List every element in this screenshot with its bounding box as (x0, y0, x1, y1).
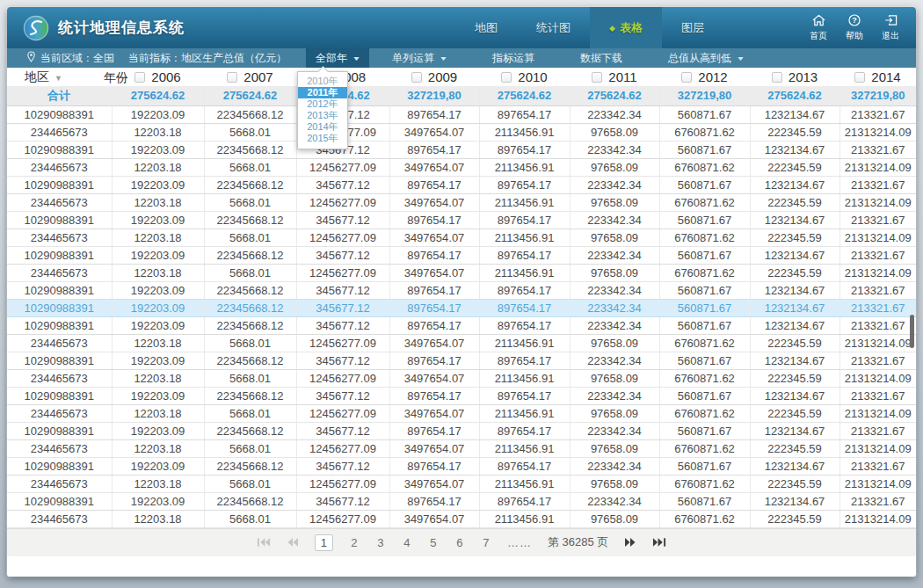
table-row[interactable]: 23446567312203.185668.0112456277.0934976… (7, 439, 916, 457)
table-row[interactable]: 23446567312203.185668.0112456277.0934976… (7, 264, 916, 281)
year-checkbox[interactable] (411, 72, 422, 83)
cell: 897654.17 (479, 387, 570, 404)
cell: 192203.09 (112, 105, 204, 123)
page-number-3[interactable]: 3 (375, 536, 386, 549)
cell: 213321.67 (839, 246, 916, 264)
cell: 2113456.91 (479, 264, 570, 281)
cell: 6760871.62 (659, 123, 750, 141)
year-column-header-2006: 年份2006 (112, 68, 204, 86)
year-filter-label: 全部年 (316, 51, 347, 66)
page-number-7[interactable]: 7 (481, 536, 491, 549)
cell: 97658.09 (570, 334, 659, 352)
cell: 897654.17 (389, 299, 479, 316)
year-option-2012年[interactable]: 2012年 (298, 98, 347, 110)
cell: 560871.67 (659, 211, 750, 229)
total-cell: 327219,80 (659, 86, 750, 105)
cell: 234465673 (7, 510, 112, 527)
cell: 560871.67 (659, 457, 750, 475)
page-number-6[interactable]: 6 (454, 536, 465, 549)
cell: 345677.12 (296, 211, 389, 229)
year-checkbox[interactable] (501, 72, 512, 83)
cell: 223342.34 (570, 492, 659, 510)
last-page-button[interactable] (652, 537, 666, 548)
page-number-5[interactable]: 5 (428, 536, 439, 549)
table-row[interactable]: 10290988391192203.0922345668.12345677.12… (7, 316, 916, 334)
year-option-2011年[interactable]: 2011年 (298, 87, 347, 98)
previous-page-button[interactable] (287, 537, 299, 548)
table-row[interactable]: 23446567312203.185668.0112456277.0934976… (7, 404, 916, 422)
total-cell: 327219,80 (389, 86, 479, 105)
page-number-2[interactable]: 2 (349, 536, 360, 549)
cell: 223342.34 (570, 281, 659, 299)
cell: 12203.18 (112, 439, 204, 457)
year-option-2015年[interactable]: 2015年 (298, 133, 347, 144)
year-checkbox[interactable] (592, 72, 602, 83)
table-row[interactable]: 10290988391192203.0922345668.12345677.12… (7, 281, 916, 299)
table-row[interactable]: 23446567312203.185668.0112456277.0934976… (7, 193, 916, 211)
year-checkbox[interactable] (681, 72, 692, 83)
year-filter-button[interactable]: 全部年 ▼ (306, 48, 369, 68)
toolbar-menu-数据下载[interactable]: 数据下载 (557, 51, 645, 66)
table-row[interactable]: 23446567312203.185668.0112456277.0934976… (7, 334, 916, 352)
table-row[interactable]: 23446567312203.185668.0112456277.0934976… (7, 510, 916, 527)
page-number-1[interactable]: 1 (315, 534, 333, 551)
table-row[interactable]: 10290988391192203.0922345668.12345677.12… (7, 387, 916, 404)
app-logo-icon (23, 15, 49, 41)
table-row[interactable]: 10290988391192203.0922345668.12345677.12… (7, 105, 916, 123)
cell: 560871.67 (659, 387, 750, 404)
quick-link-帮助[interactable]: ?帮助 (843, 14, 866, 42)
tab-地图[interactable]: 地图 (455, 7, 517, 48)
cell: 21313214.09 (839, 369, 916, 387)
year-checkbox[interactable] (134, 72, 145, 83)
cell: 2113456.91 (479, 369, 570, 387)
table-row[interactable]: 23446567312203.185668.0112456277.0934976… (7, 369, 916, 387)
table-row-highlighted[interactable]: 10290988391192203.0922345668.12345677.12… (7, 299, 916, 316)
first-page-button[interactable] (257, 537, 271, 548)
table-row[interactable]: 10290988391192203.0922345668.12345677.12… (7, 352, 916, 369)
cell: 3497654.07 (389, 229, 479, 246)
total-cell: 275624.62 (750, 86, 839, 105)
tab-表格[interactable]: ◆表格 (590, 7, 662, 48)
cell: 21313214.09 (839, 193, 916, 211)
table-row[interactable]: 10290988391192203.0922345668.12345677.12… (7, 457, 916, 475)
cell: 3497654.07 (389, 404, 479, 422)
toolbar-menu-指标运算[interactable]: 指标运算 (469, 51, 557, 66)
toolbar-menu-总值从高到低[interactable]: 总值从高到低▼ (645, 51, 767, 66)
quick-link-首页[interactable]: 首页 (807, 14, 830, 42)
total-cell: 275624.62 (570, 86, 659, 105)
table-row[interactable]: 10290988391192203.0922345668.12345677.12… (7, 492, 916, 510)
table-row[interactable]: 10290988391192203.0922345668.12345677.12… (7, 211, 916, 229)
page-number-4[interactable]: 4 (402, 536, 412, 549)
cell: 897654.17 (389, 246, 479, 264)
table-row[interactable]: 23446567312203.185668.0112456277.0934976… (7, 475, 916, 492)
vertical-scrollbar-thumb[interactable] (910, 315, 914, 348)
cell: 222345.59 (750, 264, 839, 281)
year-header-text: 2007 (243, 69, 273, 84)
year-checkbox[interactable] (227, 72, 237, 83)
table-row[interactable]: 10290988391192203.0922345668.12345677.12… (7, 141, 916, 158)
table-row[interactable]: 23446567312203.185668.0112456277.0934976… (7, 229, 916, 246)
tab-统计图[interactable]: 统计图 (517, 7, 590, 48)
year-option-2014年[interactable]: 2014年 (298, 121, 347, 133)
region-header-label: 地区 (25, 69, 49, 83)
cell: 560871.67 (659, 176, 750, 193)
table-row[interactable]: 10290988391192203.0922345668.12345677.12… (7, 176, 916, 193)
table-row[interactable]: 10290988391192203.0922345668.12345677.12… (7, 246, 916, 264)
region-column-header[interactable]: 地区▼ (7, 68, 112, 86)
year-checkbox[interactable] (854, 72, 865, 83)
table-row[interactable]: 23446567312203.185668.0112456277.0934976… (7, 123, 916, 141)
year-option-2010年[interactable]: 2010年 (298, 76, 347, 87)
next-page-button[interactable] (624, 537, 636, 548)
year-checkbox[interactable] (772, 72, 782, 83)
year-option-2013年[interactable]: 2013年 (298, 110, 347, 121)
table-row[interactable]: 23446567312203.185668.0112456277.0934976… (7, 158, 916, 176)
cell: 6760871.62 (659, 264, 750, 281)
cell: 21313214.09 (839, 334, 916, 352)
toolbar-menu-单列运算[interactable]: 单列运算▼ (369, 51, 469, 66)
table-row[interactable]: 10290988391192203.0922345668.12345677.12… (7, 422, 916, 439)
quick-link-退出[interactable]: 退出 (879, 14, 902, 42)
cell: 6760871.62 (659, 193, 750, 211)
cell: 897654.17 (389, 387, 479, 404)
cell: 223342.34 (570, 457, 659, 475)
tab-图层[interactable]: 图层 (662, 7, 723, 48)
